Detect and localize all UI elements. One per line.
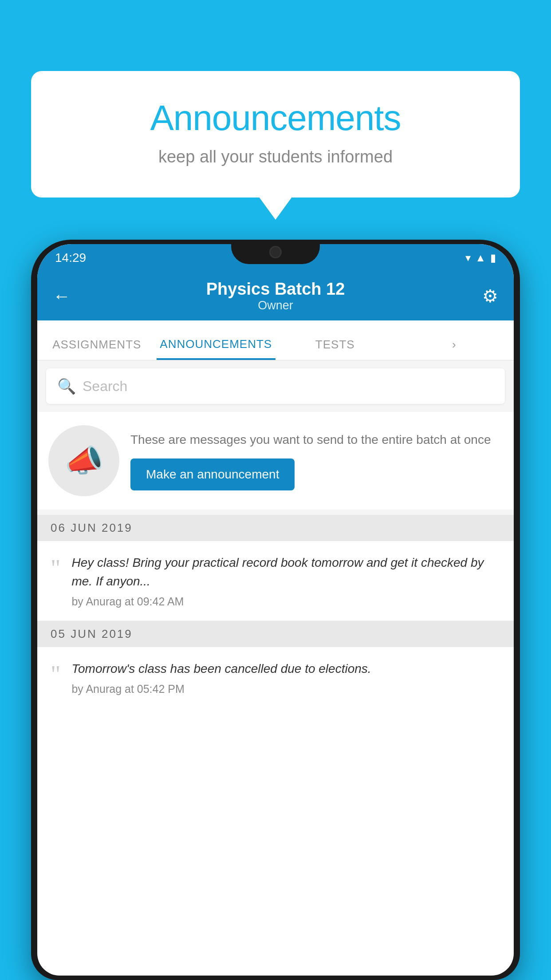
signal-icon: ▲ (475, 252, 486, 264)
announcement-text-1: Hey class! Bring your practical record b… (71, 553, 500, 608)
promo-content: These are messages you want to send to t… (130, 431, 503, 490)
phone-frame: 14:29 ▾ ▲ ▮ ← Physics Batch 12 Owner ⚙ (31, 240, 520, 980)
date-separator-2: 05 JUN 2019 (37, 621, 514, 647)
tab-announcements[interactable]: ANNOUNCEMENTS (157, 320, 276, 360)
settings-icon[interactable]: ⚙ (467, 286, 498, 306)
announcement-text-2: Tomorrow's class has been cancelled due … (71, 660, 500, 695)
quote-icon-2: " (51, 662, 60, 686)
announcement-body-1: Hey class! Bring your practical record b… (71, 553, 500, 591)
quote-icon-1: " (51, 556, 60, 580)
back-button[interactable]: ← (53, 286, 84, 306)
battery-icon: ▮ (490, 252, 496, 264)
status-icons: ▾ ▲ ▮ (465, 252, 496, 264)
tabs-bar: ASSIGNMENTS ANNOUNCEMENTS TESTS › (37, 320, 514, 360)
main-subtitle: keep all your students informed (67, 147, 484, 166)
announcement-promo: 📣 These are messages you want to send to… (37, 412, 514, 510)
phone-screen: 14:29 ▾ ▲ ▮ ← Physics Batch 12 Owner ⚙ (37, 244, 514, 976)
promo-description: These are messages you want to send to t… (130, 431, 503, 448)
nav-title-container: Physics Batch 12 Owner (84, 280, 467, 312)
phone-notch (231, 240, 320, 264)
announcement-meta-2: by Anurag at 05:42 PM (71, 683, 500, 695)
search-bar[interactable]: 🔍 Search (46, 368, 505, 404)
announcement-item-1[interactable]: " Hey class! Bring your practical record… (37, 541, 514, 621)
main-title: Announcements (67, 98, 484, 138)
content-area: 🔍 Search 📣 These are messages you want t… (37, 360, 514, 708)
announcement-body-2: Tomorrow's class has been cancelled due … (71, 660, 500, 678)
nav-subtitle: Owner (84, 299, 467, 312)
search-icon: 🔍 (57, 377, 76, 395)
tab-more[interactable]: › (395, 320, 514, 360)
promo-icon-circle: 📣 (48, 425, 119, 496)
search-placeholder: Search (83, 378, 127, 395)
nav-title: Physics Batch 12 (84, 280, 467, 299)
wifi-icon: ▾ (465, 252, 471, 264)
announcement-meta-1: by Anurag at 09:42 AM (71, 595, 500, 608)
announcement-item-2[interactable]: " Tomorrow's class has been cancelled du… (37, 647, 514, 708)
speech-bubble-section: Announcements keep all your students inf… (31, 71, 520, 198)
status-time: 14:29 (55, 251, 86, 265)
speech-bubble-card: Announcements keep all your students inf… (31, 71, 520, 198)
tab-tests[interactable]: TESTS (276, 320, 395, 360)
top-nav: ← Physics Batch 12 Owner ⚙ (37, 272, 514, 320)
megaphone-icon: 📣 (65, 443, 103, 479)
date-separator-1: 06 JUN 2019 (37, 515, 514, 541)
tab-assignments[interactable]: ASSIGNMENTS (37, 320, 157, 360)
camera (269, 246, 282, 258)
make-announcement-button[interactable]: Make an announcement (130, 458, 295, 490)
phone-mockup: 14:29 ▾ ▲ ▮ ← Physics Batch 12 Owner ⚙ (31, 240, 520, 980)
